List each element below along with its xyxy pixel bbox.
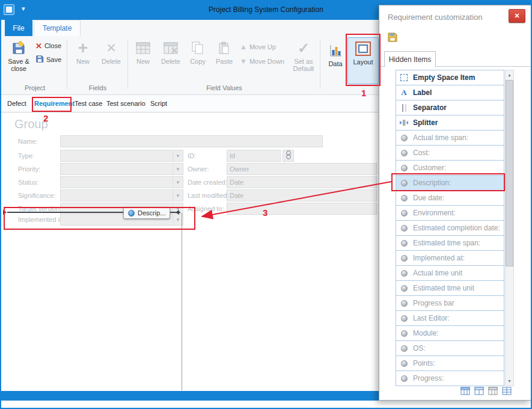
hidden-item-description[interactable]: Description: xyxy=(396,175,504,191)
hidden-item-label: Last Editor: xyxy=(413,314,450,322)
move-up-button[interactable]: ▲ Move Up xyxy=(238,41,292,53)
hidden-item-environment[interactable]: Environment: xyxy=(396,205,504,221)
hidden-item-label: Splitter xyxy=(413,118,438,127)
priority-dropdown[interactable]: ▾ xyxy=(60,163,183,175)
group-separator xyxy=(320,40,320,89)
scrollbar-thumb[interactable] xyxy=(506,80,513,266)
last-modified-field[interactable]: Date xyxy=(227,189,377,201)
field-values-delete-button[interactable]: Delete xyxy=(157,37,184,82)
hidden-item-actual-time-unit[interactable]: Actual time unit xyxy=(396,265,504,281)
fields-delete-button[interactable]: ✕ Delete xyxy=(97,37,125,82)
tab-file[interactable]: File xyxy=(5,20,32,36)
table-grid-icon[interactable] xyxy=(474,387,484,397)
owner-field[interactable]: Owner xyxy=(227,163,377,175)
name-field[interactable] xyxy=(60,135,323,147)
fields-new-label: New xyxy=(76,58,90,65)
table-grid-icon[interactable] xyxy=(460,387,470,397)
move-down-button[interactable]: ▼ Move Down xyxy=(238,55,296,67)
name-label: Name: xyxy=(18,138,37,145)
hidden-item-splitter[interactable]: Splitter xyxy=(396,115,504,131)
fields-new-button[interactable]: + New xyxy=(70,37,96,82)
assigned-to-field[interactable] xyxy=(227,203,377,215)
table-grid-icon[interactable] xyxy=(488,387,498,397)
sphere-icon xyxy=(399,270,409,277)
hidden-item-estimated-time-unit[interactable]: Estimated time unit xyxy=(396,280,504,296)
ribbon-group-field-values: New Delete Copy Paste ▲ xyxy=(129,37,320,93)
hidden-item-progress-bar[interactable]: Progress bar xyxy=(396,295,504,311)
id-field[interactable]: Id xyxy=(227,150,281,162)
hidden-item-actual-time-span[interactable]: Actual time span: xyxy=(396,130,504,146)
layout-icon xyxy=(355,41,371,57)
chevron-down-icon[interactable]: ▾ xyxy=(173,150,183,161)
hidden-item-label: Progress bar xyxy=(413,299,454,307)
hidden-item-cost[interactable]: Cost: xyxy=(396,145,504,161)
sphere-icon xyxy=(399,345,409,352)
hidden-item-separator[interactable]: Separator xyxy=(396,100,504,115)
field-values-new-button[interactable]: New xyxy=(130,37,156,82)
save-button[interactable]: Save xyxy=(34,54,66,66)
ribbon-group-fields: + New ✕ Delete Fields xyxy=(68,37,127,93)
hidden-items-scrollbar[interactable]: ▲ ▼ xyxy=(505,70,514,386)
scroll-up-icon: ▲ xyxy=(507,73,512,77)
panel-close-button[interactable]: ✕ xyxy=(509,9,525,23)
scroll-down-button[interactable]: ▼ xyxy=(506,377,513,386)
tab-template[interactable]: Template xyxy=(34,20,81,36)
plus-icon: + xyxy=(78,40,88,56)
sphere-icon xyxy=(399,300,409,307)
panel-save-button[interactable] xyxy=(387,32,399,44)
hidden-item-label: Empty Space Item xyxy=(413,73,475,82)
sphere-icon xyxy=(399,150,409,156)
hidden-item-estimated-time-span[interactable]: Estimated time span: xyxy=(396,235,504,251)
hidden-item-empty-space-item[interactable]: Empty Space Item xyxy=(396,70,504,85)
type-dropdown[interactable]: ▾ xyxy=(60,150,183,162)
scroll-up-button[interactable]: ▲ xyxy=(506,70,513,79)
ribbon-group-project: Save & close ✕ Close Save Project xyxy=(4,37,66,93)
significance-dropdown[interactable]: ▾ xyxy=(60,189,183,201)
hidden-item-label: Points: xyxy=(413,359,435,367)
layout-button[interactable]: Layout xyxy=(347,37,379,84)
link-button[interactable] xyxy=(283,150,294,162)
save-and-close-button[interactable]: Save & close xyxy=(5,37,32,82)
hidden-item-points[interactable]: Points: xyxy=(396,355,504,371)
hidden-item-label: Separator xyxy=(413,103,447,112)
hidden-item-estimated-completion-date[interactable]: Estimated completion date: xyxy=(396,220,504,236)
close-button[interactable]: ✕ Close xyxy=(34,40,66,52)
tab-hidden-items[interactable]: Hidden Items xyxy=(384,51,436,67)
tab-defect[interactable]: Defect xyxy=(7,95,26,112)
hidden-item-module[interactable]: Module: xyxy=(396,325,504,341)
tab-test-scenario[interactable]: Test scenario xyxy=(106,95,145,112)
hidden-item-label: Implemented at: xyxy=(413,254,465,262)
implemented-in-label: Implemented in: xyxy=(18,216,65,223)
chevron-down-icon[interactable]: ▾ xyxy=(173,164,183,174)
copy-button[interactable]: Copy xyxy=(185,37,210,82)
hidden-item-implemented-at[interactable]: Implemented at: xyxy=(396,250,504,266)
sphere-icon xyxy=(399,360,409,367)
sphere-icon xyxy=(399,135,409,141)
data-button[interactable]: Data xyxy=(323,40,347,77)
panel-title: Requirement customization xyxy=(388,13,483,22)
chevron-down-icon[interactable]: ▾ xyxy=(173,190,183,201)
close-label: Close xyxy=(44,42,61,49)
sphere-icon xyxy=(399,165,409,171)
table-grid-icon[interactable] xyxy=(502,387,512,397)
status-dropdown[interactable]: ▾ xyxy=(60,176,183,188)
hidden-item-customer[interactable]: Customer: xyxy=(396,160,504,176)
date-created-field[interactable]: Date xyxy=(227,176,377,188)
tab-script[interactable]: Script xyxy=(150,95,167,112)
dragged-description-item[interactable]: Descrip... xyxy=(123,207,170,219)
tab-test-case[interactable]: Test case xyxy=(75,95,102,112)
hidden-item-label[interactable]: ALabel xyxy=(396,85,504,100)
hidden-item-progress[interactable]: Progress: xyxy=(396,371,504,386)
close-icon: ✕ xyxy=(514,12,519,20)
chain-icon xyxy=(285,150,292,161)
paste-button[interactable]: Paste xyxy=(212,37,237,82)
hidden-item-due-date[interactable]: Due date: xyxy=(396,190,504,206)
hidden-item-last-editor[interactable]: Last Editor: xyxy=(396,310,504,326)
sphere-icon xyxy=(399,375,409,382)
hidden-items-list: Empty Space ItemALabelSeparatorSplitterA… xyxy=(396,70,504,386)
hidden-item-os[interactable]: OS: xyxy=(396,340,504,356)
sphere-icon xyxy=(399,195,409,201)
set-as-default-button[interactable]: ✓ Set as Default xyxy=(289,37,319,82)
chevron-down-icon[interactable]: ▾ xyxy=(173,177,183,188)
tab-requirement[interactable]: Requirement xyxy=(34,95,75,112)
